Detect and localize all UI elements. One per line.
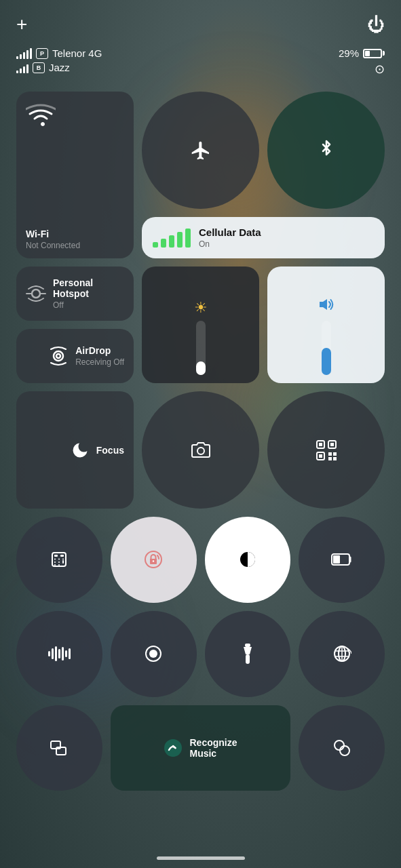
bottom-row-3: Recognize Music <box>16 705 385 791</box>
carrier2-signal <box>16 62 28 73</box>
sound-recognition-button[interactable] <box>16 611 102 697</box>
shazam-button[interactable]: Recognize Music <box>111 705 291 791</box>
brightness-track[interactable] <box>196 321 206 375</box>
carrier1-badge: P <box>36 48 48 59</box>
svg-rect-10 <box>330 443 334 446</box>
volume-icon <box>318 296 335 317</box>
airplane-tile[interactable] <box>142 92 259 209</box>
main-grid: Wi-Fi Not Connected Cellul <box>16 92 385 509</box>
svg-rect-25 <box>62 560 64 564</box>
battery-percentage: 29% <box>339 47 359 59</box>
svg-rect-20 <box>54 559 56 560</box>
svg-rect-15 <box>328 457 332 460</box>
flashlight-button[interactable] <box>205 611 291 697</box>
battery-button[interactable] <box>299 517 385 603</box>
svg-point-46 <box>335 741 344 750</box>
svg-marker-3 <box>320 299 327 310</box>
lock-rotation-icon: ⊙ <box>375 62 385 77</box>
svg-rect-13 <box>328 452 332 456</box>
qr-tile[interactable] <box>267 391 385 509</box>
svg-rect-24 <box>58 561 60 563</box>
wifi-tile[interactable]: Wi-Fi Not Connected <box>16 92 134 258</box>
top-bar: + ⏻ <box>16 14 385 35</box>
shortcuts-icon <box>332 738 351 757</box>
bottom-row-2 <box>16 611 385 697</box>
wifi-icon <box>26 104 56 128</box>
svg-rect-16 <box>333 457 337 460</box>
svg-rect-37 <box>246 654 250 664</box>
svg-rect-23 <box>54 561 56 563</box>
airdrop-subtitle: Receiving Off <box>75 357 124 367</box>
bluetooth-icon <box>317 140 336 161</box>
camera-icon <box>191 441 211 460</box>
volume-slider[interactable] <box>267 267 385 383</box>
svg-rect-21 <box>58 559 60 560</box>
qr-icon <box>316 439 337 461</box>
svg-rect-27 <box>58 564 60 566</box>
volume-track[interactable] <box>322 321 331 375</box>
record-icon <box>144 644 163 663</box>
svg-point-5 <box>56 354 60 358</box>
airdrop-tile[interactable]: AirDrop Receiving Off <box>16 329 134 383</box>
shazam-text: Recognize Music <box>189 737 237 759</box>
status-right: 29% ⊙ <box>339 47 385 77</box>
bluetooth-tile[interactable] <box>267 92 385 209</box>
brightness-icon: ☀ <box>194 299 208 317</box>
screen-mirror-icon <box>50 740 69 756</box>
display-button[interactable] <box>205 517 291 603</box>
hotspot-subtitle: Off <box>53 300 124 310</box>
svg-point-45 <box>164 739 182 757</box>
hotspot-title: Personal Hotspot <box>53 277 124 299</box>
shazam-icon <box>164 738 183 757</box>
svg-rect-26 <box>54 564 56 566</box>
privacy-button[interactable] <box>111 517 197 603</box>
svg-point-6 <box>197 448 204 454</box>
power-button[interactable]: ⏻ <box>367 14 385 35</box>
focus-title: Focus <box>96 445 124 456</box>
brightness-slider[interactable]: ☀ <box>142 267 259 383</box>
svg-rect-14 <box>333 452 337 456</box>
moon-icon <box>71 441 90 460</box>
wifi-title: Wi-Fi <box>26 229 124 239</box>
bottom-row-1 <box>16 517 385 603</box>
hotspot-icon <box>26 285 46 302</box>
svg-point-4 <box>54 351 63 361</box>
shortcuts-button[interactable] <box>299 705 385 791</box>
battery-row: 29% <box>339 47 385 59</box>
svg-rect-32 <box>333 555 340 564</box>
camera-tile[interactable] <box>142 391 259 509</box>
cellular-info: Cellular Data On <box>199 226 261 249</box>
carrier1-row: P Telenor 4G <box>16 47 102 59</box>
svg-point-34 <box>149 650 157 658</box>
screen-mirroring-button[interactable] <box>16 705 102 791</box>
add-button[interactable]: + <box>16 14 27 35</box>
focus-tile[interactable]: Focus <box>16 391 134 509</box>
carrier1-name: Telenor 4G <box>52 47 102 59</box>
svg-point-29 <box>153 561 154 562</box>
carriers: P Telenor 4G B Jazz <box>16 47 102 76</box>
svg-point-47 <box>340 746 349 755</box>
calculator-button[interactable] <box>16 517 102 603</box>
globe-icon <box>332 644 351 663</box>
home-indicator[interactable] <box>157 856 245 860</box>
battery-icon <box>363 49 385 58</box>
carrier1-signal <box>16 48 32 59</box>
carrier2-badge: B <box>33 62 45 73</box>
screen-record-button[interactable] <box>111 611 197 697</box>
hotspot-tile[interactable]: Personal Hotspot Off <box>16 267 134 321</box>
cellular-title: Cellular Data <box>199 226 261 238</box>
volume-fill <box>322 348 331 375</box>
svg-rect-22 <box>62 559 64 560</box>
svg-point-0 <box>32 290 40 298</box>
waveform-icon <box>48 645 71 663</box>
display-icon <box>238 550 257 569</box>
flashlight-icon <box>240 644 255 664</box>
svg-rect-19 <box>60 555 64 557</box>
cellular-tile[interactable]: Cellular Data On <box>142 217 385 258</box>
calculator-icon <box>50 551 68 568</box>
svg-rect-35 <box>245 644 250 647</box>
brightness-fill <box>196 361 206 375</box>
svg-rect-18 <box>54 555 58 557</box>
cellular-signal-bars <box>153 229 191 248</box>
globe-button[interactable] <box>299 611 385 697</box>
